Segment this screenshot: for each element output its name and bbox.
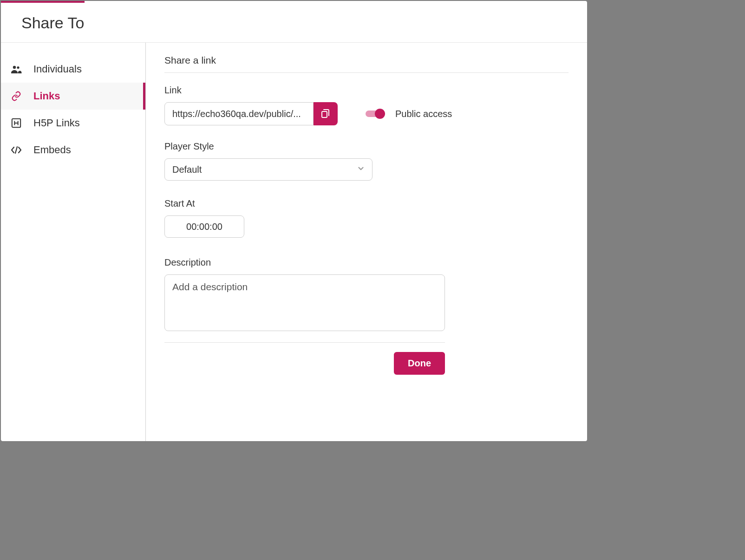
copy-link-button[interactable] bbox=[314, 102, 338, 125]
sidebar-item-label: Individuals bbox=[33, 63, 82, 75]
footer-divider bbox=[164, 342, 445, 343]
modal-header: Share To bbox=[1, 1, 587, 43]
copy-icon bbox=[320, 108, 331, 120]
sidebar-item-label: Embeds bbox=[33, 144, 71, 156]
sidebar-item-label: H5P Links bbox=[33, 117, 80, 129]
modal-body: Individuals Links H5P bbox=[1, 43, 587, 441]
svg-point-0 bbox=[13, 66, 16, 69]
h5p-icon bbox=[10, 118, 22, 128]
sidebar: Individuals Links H5P bbox=[1, 43, 146, 441]
public-access-toggle[interactable] bbox=[366, 111, 383, 117]
description-label: Description bbox=[164, 257, 569, 268]
link-input[interactable] bbox=[164, 102, 314, 125]
modal-title: Share To bbox=[21, 14, 567, 32]
embeds-icon bbox=[10, 146, 22, 154]
individuals-icon bbox=[10, 65, 22, 73]
svg-rect-4 bbox=[322, 111, 327, 117]
section-title: Share a link bbox=[164, 55, 569, 73]
description-textarea[interactable] bbox=[164, 274, 445, 331]
sidebar-item-label: Links bbox=[33, 90, 60, 102]
svg-point-1 bbox=[17, 66, 19, 69]
link-input-group bbox=[164, 102, 338, 125]
done-button[interactable]: Done bbox=[394, 352, 445, 375]
public-access-label: Public access bbox=[395, 109, 452, 119]
sidebar-item-h5p-links[interactable]: H5P Links bbox=[1, 110, 145, 137]
player-style-select[interactable]: Default bbox=[164, 158, 372, 181]
link-label: Link bbox=[164, 85, 569, 96]
sidebar-item-individuals[interactable]: Individuals bbox=[1, 56, 145, 83]
player-style-label: Player Style bbox=[164, 141, 569, 152]
footer: Done bbox=[164, 352, 445, 375]
top-accent-bar bbox=[1, 1, 85, 3]
toggle-knob bbox=[375, 109, 385, 119]
start-at-input[interactable] bbox=[164, 215, 244, 238]
svg-line-3 bbox=[15, 147, 17, 153]
sidebar-item-links[interactable]: Links bbox=[1, 83, 145, 110]
public-access-toggle-group: Public access bbox=[366, 109, 452, 119]
player-style-select-wrap: Default bbox=[164, 158, 372, 181]
start-at-label: Start At bbox=[164, 198, 569, 209]
content-panel: Share a link Link bbox=[146, 43, 587, 441]
links-icon bbox=[10, 91, 22, 101]
link-row: Public access bbox=[164, 102, 569, 125]
sidebar-item-embeds[interactable]: Embeds bbox=[1, 137, 145, 163]
share-modal: Share To Individuals bbox=[1, 1, 587, 441]
